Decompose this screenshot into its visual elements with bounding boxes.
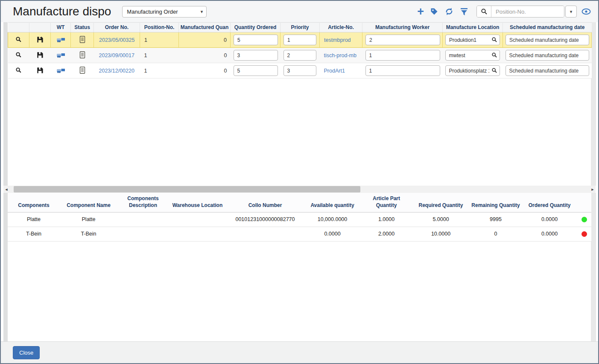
- priority-input[interactable]: [283, 50, 316, 61]
- warehouse-location-cell: [169, 212, 226, 227]
- col-header-collo-number: Collo Number: [226, 193, 304, 212]
- manufacture-location-input[interactable]: [445, 65, 500, 76]
- tag-icon: [430, 7, 438, 16]
- row-search-button[interactable]: [8, 67, 29, 73]
- filter-icon: [460, 7, 468, 16]
- required-quantity-cell: 5.0000: [412, 212, 470, 227]
- component-name-cell: Platte: [60, 212, 117, 227]
- row-wt-button[interactable]: [51, 36, 70, 43]
- row-status-button[interactable]: [71, 51, 94, 58]
- close-button[interactable]: Close: [13, 346, 40, 359]
- order-row[interactable]: 2023/05/00325 1 0 testmbprod: [8, 32, 592, 48]
- components-table: Components Component Name Components Des…: [8, 193, 591, 242]
- quantity-ordered-input[interactable]: [234, 65, 278, 76]
- visibility-button[interactable]: [581, 8, 591, 15]
- col-header-article-part-quantity: Article Part Quantity: [361, 193, 412, 212]
- plus-icon: +: [417, 7, 424, 16]
- goods-transport-icon: [56, 52, 65, 58]
- search-icon: [481, 8, 488, 15]
- ordered-quantity-cell: 0.0000: [522, 227, 577, 241]
- components-description-cell: [117, 227, 169, 241]
- topbar: Manufacture dispo Manufacturing Order ▾ …: [1, 1, 598, 22]
- filter-button[interactable]: [460, 7, 468, 16]
- article-no-link[interactable]: ProdArt1: [324, 68, 345, 74]
- refresh-button[interactable]: [444, 7, 454, 16]
- horizontal-scrollbar[interactable]: ◄ ►: [3, 186, 596, 193]
- components-description-cell: [117, 212, 169, 227]
- row-search-button[interactable]: [8, 52, 29, 58]
- col-header-remaining-quantity: Remaining Quantity: [470, 193, 522, 212]
- position-search-input[interactable]: [491, 6, 564, 17]
- article-part-quantity-cell: 1.0000: [361, 212, 412, 227]
- scheduled-date-input[interactable]: [505, 65, 589, 76]
- col-header-save: [29, 23, 51, 32]
- row-save-button[interactable]: [29, 67, 51, 73]
- manufacturing-worker-input[interactable]: [365, 65, 440, 76]
- quantity-ordered-input[interactable]: [234, 35, 278, 45]
- save-icon: [37, 52, 43, 58]
- order-no-link[interactable]: 2023/09/00017: [99, 52, 134, 58]
- add-button[interactable]: +: [417, 7, 424, 16]
- col-header-order-no: Order No.: [94, 23, 140, 32]
- position-no-cell: 1: [140, 63, 179, 79]
- order-row[interactable]: 2023/09/00017 1 0 tisch-prod-mb: [8, 48, 592, 63]
- col-header-ordered-quantity: Ordered Quantity: [522, 193, 577, 212]
- article-no-link[interactable]: tisch-prod-mb: [324, 52, 356, 58]
- scheduled-date-input[interactable]: [505, 35, 589, 45]
- scroll-left-arrow[interactable]: ◄: [3, 186, 9, 193]
- components-vertical-scrollbar-track[interactable]: [591, 193, 596, 341]
- component-name-cell: T-Bein: [60, 227, 117, 241]
- col-header-search: [8, 23, 29, 32]
- search-button[interactable]: [477, 6, 491, 17]
- eye-icon: [581, 8, 591, 15]
- order-no-link[interactable]: 2023/05/00325: [99, 37, 134, 43]
- row-wt-button[interactable]: [51, 52, 71, 58]
- col-header-priority: Priority: [281, 23, 320, 32]
- priority-input[interactable]: [283, 65, 316, 76]
- manufacturing-worker-input[interactable]: [365, 35, 440, 45]
- goods-transport-icon: [56, 67, 65, 73]
- scroll-right-arrow[interactable]: ►: [590, 186, 596, 193]
- order-no-link[interactable]: 2023/12/00220: [99, 68, 134, 74]
- manufacturing-worker-input[interactable]: [365, 50, 440, 61]
- row-search-button[interactable]: [8, 36, 29, 43]
- tag-button[interactable]: [430, 7, 438, 16]
- row-status-button[interactable]: [71, 67, 94, 74]
- manufactured-quantity-cell: 0: [179, 48, 231, 63]
- row-wt-button[interactable]: [51, 67, 71, 73]
- row-save-button[interactable]: [29, 36, 50, 43]
- quantity-ordered-input[interactable]: [234, 50, 278, 61]
- orders-left-scrollbar-track[interactable]: [3, 22, 8, 186]
- order-type-select[interactable]: Manufacturing Order ▾: [122, 6, 207, 17]
- row-save-button[interactable]: [29, 52, 51, 58]
- status-document-icon: [79, 67, 85, 74]
- col-header-component-name: Component Name: [60, 193, 117, 212]
- save-icon: [37, 36, 43, 43]
- save-icon: [37, 67, 43, 73]
- col-header-warehouse-location: Warehouse Location: [169, 193, 226, 212]
- priority-input[interactable]: [283, 35, 316, 45]
- remaining-quantity-cell: 0: [470, 227, 522, 241]
- position-search-group: [476, 6, 564, 17]
- col-header-scheduled-date: Scheduled manufacturing date: [503, 23, 592, 32]
- col-header-quantity-ordered: Quantity Ordered: [231, 23, 281, 32]
- horizontal-scrollbar-thumb[interactable]: [14, 186, 360, 192]
- search-options-dropdown[interactable]: ▾: [565, 6, 577, 17]
- scheduled-date-input[interactable]: [505, 50, 589, 61]
- row-status-button[interactable]: [71, 36, 94, 43]
- component-row[interactable]: T-Bein T-Bein 0.0000 2.0000 10.0000 0 0.…: [8, 227, 591, 241]
- manufacture-location-input[interactable]: [445, 35, 500, 45]
- article-no-link[interactable]: testmbprod: [324, 37, 351, 43]
- components-left-scrollbar-track[interactable]: [3, 193, 8, 341]
- article-part-quantity-cell: 2.0000: [361, 227, 412, 241]
- col-header-status: Status: [71, 23, 94, 32]
- component-row[interactable]: Platte Platte 00101231000000082770 10,00…: [8, 212, 591, 227]
- ordered-quantity-cell: 0.0000: [522, 212, 577, 227]
- manufacture-location-input[interactable]: [445, 50, 500, 61]
- col-header-manufacture-location: Manufacture Location: [443, 23, 503, 32]
- manufactured-quantity-cell: 0: [179, 63, 231, 79]
- orders-grid-section: WT Status Order No. Position-No. Manufac…: [1, 22, 598, 186]
- collo-number-cell: [226, 227, 304, 241]
- components-table-header: Components Component Name Components Des…: [8, 193, 591, 212]
- order-row[interactable]: 2023/12/00220 1 0 ProdArt1: [8, 63, 592, 79]
